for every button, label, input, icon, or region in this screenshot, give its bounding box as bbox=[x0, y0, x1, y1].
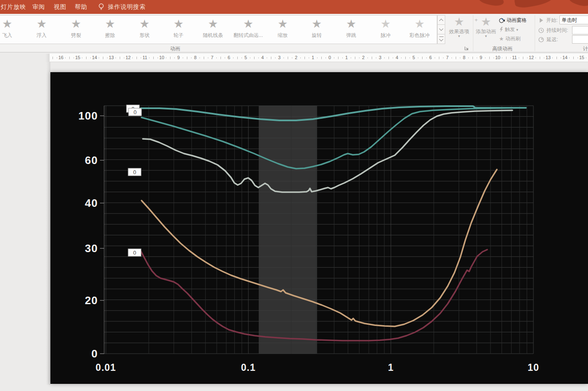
animation-effect-item[interactable]: ★缩放 bbox=[266, 17, 299, 43]
animation-effect-item[interactable]: ★飞入 bbox=[0, 17, 24, 43]
ruler-tick bbox=[376, 57, 376, 58]
ruler-number: 16 bbox=[58, 55, 63, 60]
ruler-tick bbox=[300, 57, 301, 58]
ruler-tick bbox=[124, 57, 124, 58]
ruler-number: 9 bbox=[177, 55, 180, 60]
animation-effect-item[interactable]: ★弹跳 bbox=[335, 17, 368, 43]
animation-effect-item[interactable]: ★擦除 bbox=[94, 17, 126, 43]
ruler-tick bbox=[426, 57, 427, 58]
animation-star-icon: ★ bbox=[25, 17, 58, 31]
ruler-number: 2 bbox=[295, 55, 297, 60]
ruler-tick bbox=[342, 57, 343, 58]
ruler-tick bbox=[435, 57, 435, 58]
ruler-tick bbox=[494, 57, 494, 58]
animation-star-icon: ★ bbox=[197, 17, 229, 31]
ruler-tick bbox=[86, 57, 87, 59]
ruler-tick bbox=[506, 57, 507, 59]
ruler-tick bbox=[401, 57, 402, 58]
y-axis-label: 30 bbox=[85, 242, 98, 255]
ruler-tick bbox=[556, 57, 557, 59]
animation-effect-item[interactable]: ★彩色脉冲 bbox=[403, 17, 436, 43]
animation-effect-item[interactable]: ★浮入 bbox=[25, 17, 58, 43]
tell-me-search[interactable]: 操作说明搜索 bbox=[108, 3, 146, 11]
editing-workspace: 1615141312111098765432101234567891011121… bbox=[0, 53, 588, 391]
animation-pane-button[interactable]: 动画窗格 bbox=[499, 17, 535, 25]
duration-input[interactable] bbox=[572, 26, 588, 34]
animation-effect-item[interactable]: ★随机线条 bbox=[197, 17, 229, 43]
animation-star-icon: ★ bbox=[403, 17, 436, 31]
ruler-tick bbox=[166, 57, 166, 58]
ribbon-animations-tab: ★飞入★浮入★劈裂★擦除★形状★轮子★随机线条★翻转式由远...★缩放★旋转★弹… bbox=[0, 14, 588, 52]
effect-options-button[interactable]: ★ 效果选项 ▾ bbox=[446, 15, 472, 44]
ruler-number: 4 bbox=[261, 55, 264, 60]
titlebar-decoration bbox=[514, 0, 555, 9]
animation-effect-item[interactable]: ★劈裂 bbox=[60, 17, 92, 43]
ruler-tick bbox=[191, 57, 192, 58]
titlebar-decoration bbox=[478, 0, 505, 8]
slide-canvas[interactable]: 1006040302000.010.11100000 bbox=[50, 72, 588, 384]
ruler-number: 11 bbox=[142, 55, 147, 60]
ruler-tick bbox=[334, 57, 334, 58]
animation-star-icon: ★ bbox=[335, 17, 368, 31]
badge-number: 0 bbox=[133, 169, 136, 175]
add-animation-button[interactable]: ★+ 添加动画 ▾ bbox=[474, 15, 498, 44]
ruler-tick bbox=[107, 57, 108, 58]
animation-effect-label: 缩放 bbox=[266, 32, 299, 39]
animation-gallery: ★飞入★浮入★劈裂★擦除★形状★轮子★随机线条★翻转式由远...★缩放★旋转★弹… bbox=[0, 15, 437, 44]
ruler-tick bbox=[317, 57, 318, 58]
ruler-tick bbox=[578, 57, 578, 58]
trigger-button[interactable]: 触发 ▾ bbox=[499, 26, 535, 34]
animation-star-icon: ★ bbox=[94, 17, 126, 31]
ruler-tick bbox=[355, 57, 355, 59]
animation-effect-item[interactable]: ★形状 bbox=[128, 17, 161, 43]
animation-effect-label: 翻转式由远... bbox=[232, 32, 265, 39]
animation-order-badge[interactable]: 0 bbox=[128, 168, 141, 176]
menu-tab-3[interactable]: 帮助 bbox=[75, 3, 87, 11]
animation-effect-item[interactable]: ★脉冲 bbox=[369, 17, 402, 43]
animation-effect-label: 弹跳 bbox=[335, 32, 368, 39]
animation-order-badge[interactable]: 0 bbox=[128, 249, 141, 256]
animation-effect-item[interactable]: ★旋转 bbox=[300, 17, 333, 43]
ruler-tick bbox=[52, 57, 53, 59]
animation-effect-label: 随机线条 bbox=[197, 32, 229, 39]
menu-tab-0[interactable]: 灯片放映 bbox=[1, 3, 26, 11]
animation-effect-item[interactable]: ★轮子 bbox=[162, 17, 195, 43]
start-combobox[interactable]: 单击时 bbox=[559, 16, 588, 24]
gallery-scroll-down-button[interactable] bbox=[437, 25, 445, 34]
highlight-band bbox=[259, 106, 317, 354]
ruler-tick bbox=[443, 57, 444, 58]
animation-star-icon: ★ bbox=[266, 17, 299, 31]
ruler-tick bbox=[573, 57, 574, 59]
animation-effect-label: 轮子 bbox=[162, 32, 195, 39]
dialog-launcher-icon[interactable] bbox=[464, 46, 470, 51]
animation-effect-item[interactable]: ★翻转式由远... bbox=[232, 17, 265, 43]
effect-options-star-icon: ★ bbox=[446, 15, 472, 29]
ruler-tick bbox=[388, 57, 389, 59]
ruler-tick bbox=[569, 57, 570, 58]
ruler-number: 5 bbox=[412, 55, 415, 60]
start-row: 开始: bbox=[539, 17, 558, 24]
menu-tab-2[interactable]: 视图 bbox=[54, 3, 66, 11]
animation-star-icon: ★ bbox=[232, 17, 265, 31]
ruler-number: 7 bbox=[446, 55, 449, 60]
menu-tab-1[interactable]: 审阅 bbox=[32, 3, 45, 11]
ruler-number: 1 bbox=[345, 55, 348, 60]
gallery-more-button[interactable] bbox=[437, 34, 445, 44]
delay-input[interactable] bbox=[572, 35, 588, 44]
ruler-tick bbox=[132, 57, 133, 58]
ruler-tick bbox=[326, 57, 326, 58]
ruler-tick bbox=[69, 57, 70, 59]
group-label-animation: 动画 bbox=[170, 45, 180, 52]
ruler-tick bbox=[460, 57, 460, 58]
animation-painter-button[interactable]: ★ 动画刷 bbox=[499, 35, 535, 44]
ruler-number: 4 bbox=[396, 55, 398, 60]
animation-effect-label: 擦除 bbox=[94, 32, 126, 39]
add-animation-star-icon: ★+ bbox=[474, 15, 498, 29]
ruler-tick bbox=[90, 57, 91, 58]
horizontal-ruler: 1615141312111098765432101234567891011121… bbox=[50, 54, 588, 62]
animation-order-badge[interactable]: 0 bbox=[129, 108, 142, 116]
ruler-tick bbox=[103, 57, 103, 59]
ruler-tick bbox=[116, 57, 116, 58]
gallery-scroll-up-button[interactable] bbox=[437, 15, 445, 25]
ruler-tick bbox=[393, 57, 393, 58]
